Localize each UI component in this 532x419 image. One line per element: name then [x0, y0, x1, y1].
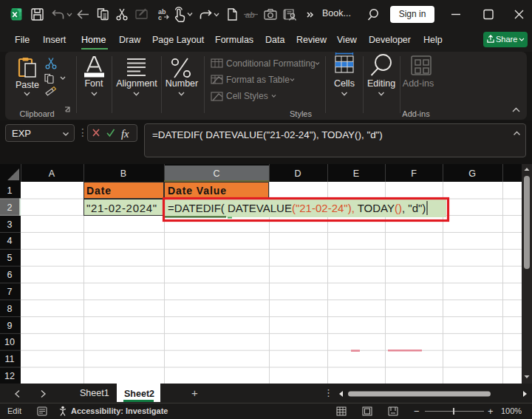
- svg-text:1: 1: [7, 185, 13, 196]
- svg-text:Conditional Formatting: Conditional Formatting: [226, 58, 316, 69]
- svg-text:D: D: [294, 168, 301, 179]
- svg-text:Format as Table: Format as Table: [226, 75, 290, 85]
- svg-text:4: 4: [7, 236, 13, 246]
- svg-text:Date Value: Date Value: [168, 185, 227, 197]
- svg-text:2: 2: [7, 202, 13, 213]
- svg-text:6: 6: [7, 270, 13, 280]
- svg-text:3: 3: [7, 219, 13, 230]
- svg-text:"21-02-2024": "21-02-2024": [86, 202, 157, 214]
- svg-text:7: 7: [7, 287, 13, 297]
- svg-text:A: A: [49, 168, 55, 179]
- svg-text:c: c: [158, 14, 162, 21]
- svg-text:G: G: [468, 168, 476, 179]
- svg-text:10: 10: [4, 337, 15, 347]
- svg-text:C: C: [213, 168, 219, 179]
- svg-text:B: B: [120, 168, 126, 179]
- svg-text:11: 11: [5, 354, 15, 364]
- svg-text:Cell Styles: Cell Styles: [226, 91, 268, 101]
- svg-text:9: 9: [7, 321, 13, 331]
- svg-text:5: 5: [7, 253, 13, 263]
- svg-text:fx: fx: [121, 128, 129, 140]
- svg-text:=DATEDIF( DATEVALUE("21-02-24": =DATEDIF( DATEVALUE("21-02-24"), TODAY()…: [168, 202, 426, 214]
- svg-text:F: F: [411, 168, 417, 179]
- svg-text:12: 12: [4, 371, 15, 381]
- svg-text:8: 8: [7, 304, 13, 314]
- svg-text:Date: Date: [86, 185, 112, 197]
- svg-text:E: E: [353, 168, 359, 179]
